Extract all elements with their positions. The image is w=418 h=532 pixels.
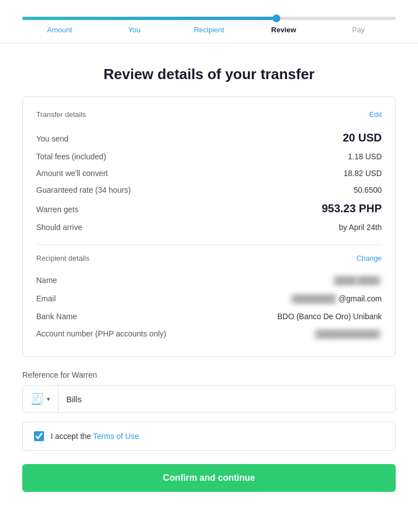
value-guaranteed-rate: 50.6500 — [353, 186, 382, 194]
terms-link[interactable]: Terms of Use — [93, 432, 139, 441]
chevron-down-icon: ▾ — [47, 396, 50, 403]
step-amount[interactable]: Amount — [22, 26, 97, 34]
confirm-button[interactable]: Confirm and continue — [22, 464, 396, 492]
value-total-fees: 1.18 USD — [348, 152, 382, 161]
terms-text: I accept the Terms of Use — [51, 432, 139, 441]
label-account-number: Account number (PHP accounts only) — [36, 329, 166, 338]
value-account-number: ████████████ — [313, 329, 382, 339]
value-you-send: 20 USD — [343, 131, 382, 144]
label-email: Email — [36, 294, 56, 303]
card-divider — [36, 245, 382, 245]
value-warren-gets: 953.23 PHP — [322, 202, 382, 215]
row-should-arrive: Should arrive by April 24th — [36, 219, 382, 236]
row-email: Email ████████@gmail.com — [36, 290, 382, 308]
reference-input[interactable] — [59, 385, 395, 412]
row-amount-convert: Amount we'll convert 18.82 USD — [36, 165, 382, 182]
row-name: Name ████ ████ — [36, 271, 382, 290]
edit-transfer-button[interactable]: Edit — [370, 110, 382, 119]
progress-section: Amount You Recipient Review Pay — [0, 0, 418, 34]
label-total-fees: Total fees (included) — [36, 152, 106, 161]
label-amount-convert: Amount we'll convert — [36, 169, 108, 178]
step-you[interactable]: You — [97, 26, 172, 34]
transfer-details-label: Transfer details — [36, 110, 86, 119]
emoji-picker-button[interactable]: 🧾 ▾ — [23, 385, 59, 412]
label-name: Name — [36, 276, 57, 285]
step-review[interactable]: Review — [246, 26, 321, 34]
value-email: ████████@gmail.com — [290, 294, 382, 304]
recipient-details-label: Recipient details — [36, 254, 89, 262]
recipient-details-header: Recipient details Change — [36, 254, 382, 262]
top-divider — [0, 43, 418, 43]
progress-bar-track — [22, 17, 396, 20]
reference-input-row: 🧾 ▾ — [22, 385, 396, 413]
progress-steps: Amount You Recipient Review Pay — [22, 26, 396, 34]
progress-dot — [273, 14, 280, 22]
value-should-arrive: by April 24th — [339, 223, 382, 232]
value-amount-convert: 18.82 USD — [344, 169, 382, 178]
transfer-details-card: Transfer details Edit You send 20 USD To… — [22, 96, 396, 357]
label-guaranteed-rate: Guaranteed rate (34 hours) — [36, 186, 131, 194]
reference-section: Reference for Warren 🧾 ▾ — [22, 370, 396, 413]
page-title: Review details of your transfer — [22, 66, 396, 83]
reference-emoji-icon: 🧾 — [31, 392, 45, 406]
value-name: ████ ████ — [332, 275, 382, 286]
step-recipient[interactable]: Recipient — [172, 26, 246, 34]
row-warren-gets: Warren gets 953.23 PHP — [36, 198, 382, 219]
step-pay: Pay — [321, 26, 396, 34]
value-bank-name: BDO (Banco De Oro) Unibank — [277, 312, 382, 321]
row-bank-name: Bank Name BDO (Banco De Oro) Unibank — [36, 308, 382, 325]
row-guaranteed-rate: Guaranteed rate (34 hours) 50.6500 — [36, 182, 382, 198]
terms-card: I accept the Terms of Use — [22, 422, 396, 451]
row-you-send: You send 20 USD — [36, 128, 382, 148]
row-total-fees: Total fees (included) 1.18 USD — [36, 148, 382, 165]
progress-bar-fill — [22, 17, 276, 20]
terms-checkbox[interactable] — [34, 431, 44, 441]
row-account-number: Account number (PHP accounts only) █████… — [36, 325, 382, 343]
change-recipient-button[interactable]: Change — [356, 254, 382, 262]
label-warren-gets: Warren gets — [36, 205, 79, 214]
transfer-details-header: Transfer details Edit — [36, 110, 382, 119]
label-bank-name: Bank Name — [36, 312, 77, 321]
label-should-arrive: Should arrive — [36, 223, 82, 232]
reference-label: Reference for Warren — [22, 370, 396, 379]
label-you-send: You send — [36, 134, 69, 143]
main-content: Transfer details Edit You send 20 USD To… — [0, 96, 418, 492]
